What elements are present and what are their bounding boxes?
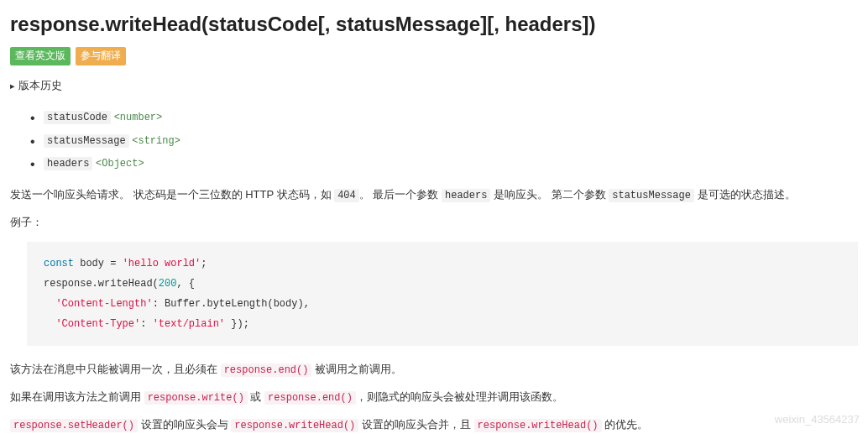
text: 该方法在消息中只能被调用一次，且必须在 (10, 363, 221, 375)
inline-code: response.end() (264, 391, 356, 405)
inline-code: statusMessage (609, 189, 694, 202)
param-type: <string> (132, 135, 180, 147)
text: ，则隐式的响应头会被处理并调用该函数。 (356, 390, 563, 403)
param-type: <Object> (96, 158, 144, 170)
text: 设置的响应头会与 (138, 418, 231, 431)
code-block: const body = 'hello world'; response.wri… (27, 242, 858, 346)
text: 是可选的状态描述。 (694, 188, 796, 201)
text: : Buffer.byteLength(body), (153, 298, 310, 310)
param-name: headers (44, 157, 92, 170)
version-history-toggle[interactable]: 版本历史 (10, 77, 858, 95)
param-type: <number> (114, 112, 163, 123)
list-item: statusCode <number> (30, 106, 858, 128)
paragraph: 如果在调用该方法之前调用 response.write() 或 response… (10, 389, 858, 406)
string: 'text/plain' (153, 318, 225, 330)
inline-code: response.writeHead() (231, 419, 358, 432)
param-name: statusCode (44, 111, 111, 124)
text: ; (201, 258, 207, 269)
page-title: response.writeHead(statusCode[, statusMe… (10, 8, 858, 40)
badge-row: 查看英文版 参与翻译 (10, 45, 858, 65)
text: , { (176, 278, 195, 290)
text: 。 最后一个参数 (359, 188, 442, 201)
code-line: const body = 'hello world'; (44, 254, 841, 274)
text: 是响应头。 第二个参数 (490, 188, 609, 201)
paragraph: 该方法在消息中只能被调用一次，且必须在 response.end() 被调用之前… (10, 361, 858, 379)
description-paragraph: 发送一个响应头给请求。 状态码是一个三位数的 HTTP 状态码，如 404。 最… (10, 186, 858, 204)
number: 200 (159, 278, 177, 290)
param-list: statusCode <number> statusMessage <strin… (10, 106, 858, 175)
paragraph: response.setHeader() 设置的响应头会与 response.w… (10, 416, 858, 434)
example-label: 例子： (10, 214, 858, 232)
text: 或 (248, 390, 264, 403)
translate-badge[interactable]: 参与翻译 (76, 47, 126, 65)
param-name: statusMessage (44, 134, 129, 148)
text: 如果在调用该方法之前调用 (10, 390, 144, 403)
text: response.writeHead( (44, 278, 159, 290)
text: }); (225, 318, 249, 330)
string: 'hello world' (123, 258, 201, 269)
list-item: headers <Object> (30, 152, 858, 175)
inline-code: 404 (334, 189, 359, 202)
inline-code: response.writeHead() (474, 419, 602, 432)
inline-code: response.setHeader() (10, 419, 138, 432)
keyword: const (44, 258, 74, 269)
inline-code: headers (442, 189, 490, 202)
string: 'Content-Length' (55, 298, 152, 310)
code-line: 'Content-Type': 'text/plain' }); (44, 314, 841, 334)
code-line: response.writeHead(200, { (44, 274, 841, 294)
inline-code: response.end() (221, 363, 312, 377)
view-english-badge[interactable]: 查看英文版 (10, 47, 71, 65)
text: : (140, 318, 152, 330)
code-line: 'Content-Length': Buffer.byteLength(body… (44, 294, 841, 314)
text: 的优先。 (602, 418, 649, 431)
text: 发送一个响应头给请求。 状态码是一个三位数的 HTTP 状态码，如 (10, 188, 334, 201)
list-item: statusMessage <string> (30, 129, 858, 152)
string: 'Content-Type' (55, 318, 140, 330)
text: 设置的响应头合并，且 (358, 418, 473, 431)
inline-code: response.write() (144, 391, 248, 405)
text: 被调用之前调用。 (311, 363, 402, 375)
text: body = (74, 258, 123, 269)
